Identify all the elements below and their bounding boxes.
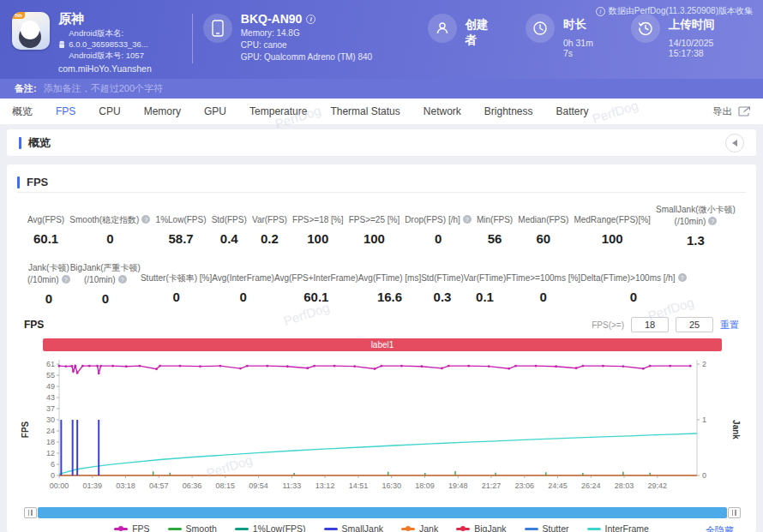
svg-text:26:24: 26:24 — [581, 481, 601, 490]
svg-text:29:42: 29:42 — [648, 481, 668, 490]
tab-FPS[interactable]: FPS — [56, 105, 75, 117]
reset-link[interactable]: 重置 — [720, 319, 739, 332]
scrollbar-track[interactable] — [38, 507, 727, 518]
svg-text:43: 43 — [46, 393, 55, 402]
legend-Jank[interactable]: Jank — [401, 523, 438, 532]
tab-Memory[interactable]: Memory — [144, 105, 181, 117]
tab-Thermal Status[interactable]: Thermal Status — [330, 105, 400, 117]
collect-info-text: 数据由PerfDog(11.3.250908)版本收集 — [609, 5, 753, 17]
export-label: 导出 — [712, 105, 732, 118]
metric-value: 60 — [518, 231, 568, 246]
metric-cell: FPS>=18 [%]100 — [292, 204, 343, 248]
report-header: i 数据由PerfDog(11.3.250908)版本收集 5th 原神 And… — [0, 0, 763, 79]
metric-cell: Min(FPS)56 — [477, 204, 513, 248]
metric-value: 100 — [349, 231, 400, 246]
tab-Network[interactable]: Network — [424, 105, 461, 117]
metric-cell: FPS>=25 [%]100 — [349, 204, 400, 248]
metric-cell: 1%Low(FPS)58.7 — [156, 204, 207, 248]
help-icon[interactable]: ? — [141, 215, 150, 224]
legend-1%Low(FPS)[interactable]: 1%Low(FPS) — [235, 523, 306, 532]
fps-chart-svg[interactable]: 0612182430374349556101200:0001:3903:1804… — [30, 354, 726, 505]
help-icon[interactable]: ? — [678, 273, 687, 282]
svg-text:24: 24 — [46, 427, 55, 435]
metric-value: 1.3 — [656, 233, 736, 248]
svg-text:04:57: 04:57 — [149, 481, 169, 490]
export-button[interactable]: 导出 — [712, 105, 751, 118]
collapse-button[interactable] — [725, 134, 744, 152]
metric-cell: Avg(InterFrame)0 — [212, 262, 274, 306]
fps-threshold-input-1[interactable] — [631, 317, 669, 332]
svg-text:13:12: 13:12 — [315, 481, 335, 490]
duration-block: 时长 0h 31m 7s — [526, 9, 605, 58]
metric-cell: FTime>=100ms [%]0 — [506, 262, 580, 306]
fps-metrics-row1: Avg(FPS)60.1Smooth(稳定指数)?01%Low(FPS)58.7… — [17, 193, 746, 248]
legend-BigJank[interactable]: BigJank — [456, 523, 506, 532]
tab-CPU[interactable]: CPU — [99, 105, 120, 117]
svg-text:08:15: 08:15 — [216, 481, 236, 490]
chart-label-band: label1 — [43, 338, 722, 351]
info-icon: i — [596, 7, 605, 16]
tab-Battery[interactable]: Battery — [556, 105, 589, 117]
metric-cell: SmallJank(微小卡顿)(/10min)?1.3 — [656, 204, 736, 248]
help-icon[interactable]: ? — [118, 275, 127, 284]
metric-value: 60.1 — [274, 290, 358, 304]
tab-Temperature[interactable]: Temperature — [249, 105, 307, 117]
phone-icon — [203, 14, 232, 43]
device-block: BKQ-AN90 i Memory: 14.8G CPU: canoe GPU:… — [203, 9, 402, 62]
legend-InterFrame[interactable]: InterFrame — [587, 523, 649, 532]
legend-Smooth[interactable]: Smooth — [168, 523, 217, 532]
svg-text:2: 2 — [702, 360, 706, 368]
tab-GPU[interactable]: GPU — [204, 105, 226, 117]
metric-value: 0.1 — [464, 290, 506, 304]
svg-text:11:33: 11:33 — [282, 481, 301, 490]
metric-value: 0.4 — [212, 231, 247, 246]
metric-value: 0.3 — [421, 290, 464, 304]
help-icon[interactable]: ? — [62, 275, 70, 284]
tab-概览[interactable]: 概览 — [12, 105, 33, 119]
export-icon — [738, 106, 751, 117]
hide-all-link[interactable]: 全隐藏 — [706, 524, 734, 532]
device-gpu: GPU: Qualcomm Adreno (TM) 840 — [241, 52, 372, 62]
svg-text:6: 6 — [51, 460, 55, 469]
metric-cell: Var(FPS)0.2 — [252, 204, 287, 248]
overview-section: 概览 — [7, 129, 756, 156]
svg-text:06:36: 06:36 — [183, 481, 202, 490]
metric-cell: Jank(卡顿)(/10min)?0 — [27, 262, 70, 306]
metric-value: 100 — [574, 231, 650, 246]
chart-scrollbar — [24, 507, 741, 518]
y-axis-label-left: FPS — [17, 425, 30, 434]
svg-text:61: 61 — [46, 360, 55, 368]
fps-threshold-input-2[interactable] — [676, 317, 713, 332]
scrollbar-left-handle[interactable] — [24, 507, 37, 518]
legend-SmallJank[interactable]: SmallJank — [324, 523, 383, 532]
metric-cell: Avg(FPS)60.1 — [27, 204, 64, 248]
metric-value: 58.7 — [156, 231, 207, 246]
metric-cell: Avg(FPS+InterFrame)60.1 — [274, 262, 358, 306]
note-input[interactable]: 备注: 添加备注，不超过200个字符 — [0, 79, 763, 99]
legend-Stutter[interactable]: Stutter — [525, 523, 569, 532]
svg-text:12: 12 — [46, 449, 55, 457]
svg-text:21:27: 21:27 — [482, 481, 502, 490]
svg-text:1: 1 — [702, 415, 706, 424]
scrollbar-right-handle[interactable] — [728, 507, 741, 518]
fps-section: FPS Avg(FPS)60.1Smooth(稳定指数)?01%Low(FPS)… — [7, 164, 756, 532]
app-package: com.miHoYo.Yuanshen — [58, 64, 182, 74]
legend-FPS[interactable]: FPS — [114, 523, 149, 532]
metric-cell: Smooth(稳定指数)?0 — [69, 204, 150, 248]
app-title: 原神 — [58, 12, 182, 25]
metric-cell: Std(FTime)0.3 — [421, 262, 464, 306]
device-cpu: CPU: canoe — [241, 40, 372, 50]
metric-cell: Avg(FTime) [ms]16.6 — [358, 262, 421, 306]
metric-cell: Stutter(卡顿率) [%]0 — [141, 262, 212, 306]
tab-Brightness[interactable]: Brightness — [484, 105, 533, 117]
creator-label: 创建者 — [466, 17, 500, 48]
metric-value: 0 — [405, 231, 471, 246]
help-icon[interactable]: ? — [708, 217, 717, 225]
fps-panel-title: FPS — [27, 176, 48, 188]
device-info-icon[interactable]: i — [306, 15, 315, 24]
help-icon[interactable]: ? — [463, 215, 472, 224]
svg-text:18:09: 18:09 — [415, 481, 435, 490]
fps-metrics-row2: Jank(卡顿)(/10min)?0BigJank(严重卡顿)(/10min)?… — [17, 248, 746, 306]
app-version-code: Android版本号: 1057 — [69, 51, 182, 62]
fps-chart-header: FPS FPS(>=) 重置 — [17, 317, 746, 332]
